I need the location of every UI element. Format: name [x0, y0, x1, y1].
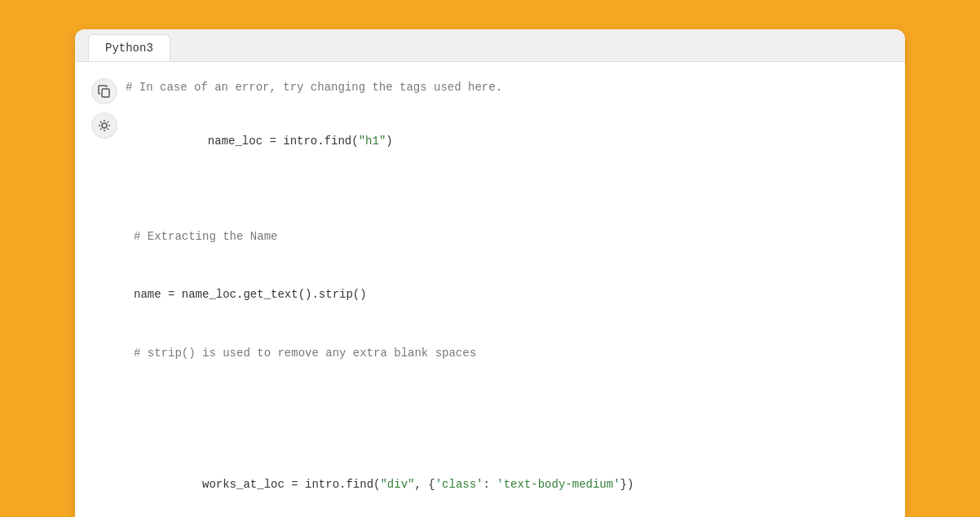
code-section-2: name_loc = intro.find("h1"): [126, 113, 889, 170]
code-area: # In case of an error, try changing the …: [75, 62, 905, 517]
spacer-1: [91, 179, 889, 188]
line-works-at-loc: works_at_loc = intro.find("div", {'class…: [134, 456, 889, 514]
code-section-works-at-loc: works_at_loc = intro.find("div", {'class…: [134, 417, 889, 517]
sun-button[interactable]: [91, 113, 117, 139]
code-line-nameloc: name_loc = intro.find("h1"): [126, 135, 393, 167]
svg-rect-0: [102, 89, 109, 97]
svg-line-9: [100, 129, 101, 130]
comment-strip: # strip() is used to remove any extra bl…: [134, 344, 889, 364]
spacer-2: [91, 407, 889, 417]
inner-card: Python3 # In case of an error, try chang…: [75, 29, 905, 517]
outer-card: Python3 # In case of an error, try chang…: [62, 16, 918, 517]
code-block-1: # In case of an error, try changing the …: [91, 78, 889, 104]
svg-line-8: [108, 122, 108, 122]
sun-icon: [98, 119, 111, 132]
code-section-extract-name: # Extracting the Name name = name_loc.ge…: [134, 188, 889, 402]
tab-bar: Python3: [75, 29, 905, 62]
code-section-1: # In case of an error, try changing the …: [126, 78, 889, 98]
code-block-2: name_loc = intro.find("h1"): [91, 113, 889, 170]
copy-icon: [98, 85, 111, 98]
svg-line-6: [100, 122, 101, 122]
svg-point-1: [102, 123, 107, 128]
line-name-assign: name = name_loc.get_text().strip(): [134, 285, 889, 305]
tab-python3[interactable]: Python3: [88, 34, 170, 61]
copy-button[interactable]: [91, 78, 117, 104]
comment-extracting-name: # Extracting the Name: [134, 228, 889, 247]
comment-line-1: # In case of an error, try changing the …: [126, 81, 502, 94]
svg-line-7: [108, 129, 108, 130]
